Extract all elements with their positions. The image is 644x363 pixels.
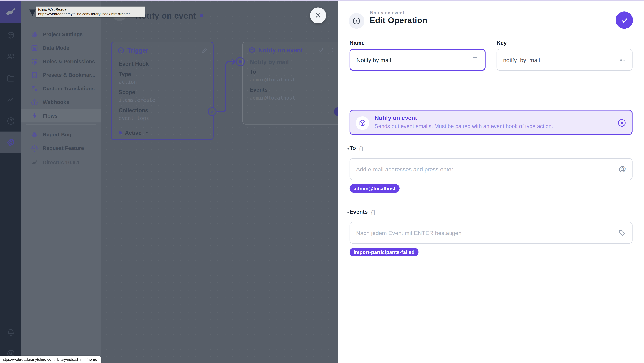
field-value: items.create [119, 97, 207, 104]
nav-item-request-feature[interactable]: Request Feature [21, 141, 100, 155]
nav-item-flows[interactable]: Flows [21, 109, 100, 122]
section-divider [350, 88, 632, 88]
nav-item-label: Webhooks [43, 99, 69, 105]
field-label: Collections [119, 107, 207, 114]
version-label: Directus 10.6.1 [43, 159, 80, 166]
deselect-operation-icon[interactable] [617, 118, 626, 127]
nav-item-label: Custom Translations [43, 86, 95, 92]
bolt-circle-icon [118, 47, 124, 54]
required-dot [348, 148, 349, 150]
operation-info-title: Notify on event [374, 115, 417, 121]
translate-icon [31, 85, 38, 92]
shield-user-icon [31, 58, 38, 65]
save-button[interactable] [616, 12, 633, 29]
module-files[interactable] [0, 68, 21, 89]
operation-card-header: Notify on event [243, 42, 338, 56]
event-chip[interactable]: import-participants-failed [350, 248, 418, 256]
nav-item-roles-permissions[interactable]: Roles & Permissions [21, 55, 100, 68]
trigger-resolve-port[interactable] [208, 107, 216, 116]
nav-item-presets-bookmarks[interactable]: Presets & Bookmar... [21, 68, 100, 82]
operation-info-banner: Notify on event Sends out event emails. … [350, 110, 632, 135]
title-icon [472, 56, 478, 63]
module-help[interactable] [0, 110, 21, 131]
close-drawer-button[interactable] [310, 7, 326, 24]
nav-item-custom-translations[interactable]: Custom Translations [21, 82, 100, 95]
flow-status-dot [200, 14, 203, 17]
to-input[interactable]: Add e-mail addresses and press enter... … [350, 158, 632, 180]
active-status-label: Active [125, 130, 142, 136]
module-settings[interactable] [0, 132, 21, 153]
module-insights[interactable] [0, 89, 21, 110]
nav-item-label: Flows [43, 113, 58, 119]
events-input[interactable]: Nach jedem Event mit ENTER bestätigen [350, 222, 632, 244]
notifications-button[interactable] [0, 321, 21, 342]
events-placeholder: Nach jedem Event mit ENTER bestätigen [356, 229, 618, 236]
close-icon [315, 12, 322, 19]
module-content[interactable] [0, 24, 21, 46]
top-accent-strip [0, 0, 644, 1]
trigger-card[interactable]: Trigger Event Hook Type action Scope ite… [111, 42, 214, 140]
drawer-breadcrumb: Notify on event [370, 10, 404, 15]
users-icon [6, 52, 15, 61]
edit-pencil-icon[interactable] [201, 47, 208, 54]
raw-value-toggle-icon[interactable]: {} [371, 210, 376, 215]
trigger-status-toggle[interactable]: Active [112, 126, 213, 139]
name-label: Name [350, 40, 364, 46]
link-url: https://webreader.mytolino.com/library/i… [38, 12, 143, 17]
box-icon [358, 119, 366, 127]
more-vertical-icon[interactable] [330, 47, 336, 53]
operation-name: Notify by mail [250, 59, 335, 65]
required-dot [348, 212, 349, 213]
field-value: event_logs [119, 115, 207, 122]
operation-box-badge [356, 116, 369, 130]
settings-navigation: Project Settings Data Model Roles & Perm… [21, 1, 100, 363]
name-input[interactable]: Notify by mail [350, 49, 486, 71]
gear-icon [6, 138, 15, 146]
email-chip[interactable]: admin@localhost [350, 184, 400, 193]
nav-item-data-model[interactable]: Data Model [21, 41, 100, 55]
event-chip-label: import-participants-failed [354, 249, 414, 255]
directus-logo[interactable] [0, 1, 21, 23]
nav-item-report-bug[interactable]: Report Bug [21, 128, 100, 141]
module-users[interactable] [0, 46, 21, 67]
operation-card[interactable]: Notify on event Notify by mail To admin@… [242, 42, 338, 125]
operation-type-icon-button [349, 13, 364, 29]
flow-canvas[interactable]: Notify on event Trigger Event Hook Type … [100, 1, 338, 363]
raw-value-toggle-icon[interactable]: {} [359, 146, 364, 152]
link-preview-tooltip: tolino WebReader https://webreader.mytol… [36, 7, 145, 17]
operation-input-port[interactable] [236, 57, 245, 66]
nav-item-label: Report Bug [43, 132, 72, 138]
chevron-down-icon [144, 130, 149, 135]
edit-pencil-icon[interactable] [318, 47, 324, 53]
tolino-favicon [28, 8, 36, 17]
nav-item-label: Presets & Bookmar... [43, 72, 95, 78]
tag-icon [618, 229, 626, 236]
trigger-card-title: Trigger [127, 47, 198, 54]
nav-item-project-settings[interactable]: Project Settings [21, 28, 100, 41]
nav-item-webhooks[interactable]: Webhooks [21, 95, 100, 109]
nav-item-label: Request Feature [43, 145, 84, 151]
field-label: Scope [119, 88, 207, 96]
trigger-subtitle: Event Hook [119, 60, 207, 68]
bug-icon [31, 131, 38, 138]
help-icon [6, 117, 15, 125]
module-bar [0, 1, 21, 363]
folder-icon [6, 74, 15, 82]
active-status-dot [119, 131, 122, 134]
nav-item-label: Data Model [43, 45, 71, 51]
operation-info-description: Sends out event emails. Must be paired w… [374, 123, 553, 129]
rabbit-logo-icon [4, 7, 17, 17]
operation-card-title: Notify on event [258, 46, 315, 53]
trigger-card-body: Event Hook Type action Scope items.creat… [112, 56, 213, 122]
check-icon [210, 109, 214, 114]
drawer-title: Edit Operation [370, 16, 427, 25]
key-input[interactable]: notify_by_mail [496, 49, 632, 71]
at-icon: @ [619, 165, 626, 173]
field-label: To [250, 68, 335, 76]
events-label: Events [350, 209, 368, 215]
email-chip-label: admin@localhost [354, 186, 396, 191]
operation-card-body: Notify by mail To admin@localhost Events… [243, 56, 338, 102]
key-icon [618, 56, 626, 63]
bell-icon [6, 328, 15, 336]
badge-check-icon [31, 144, 38, 152]
